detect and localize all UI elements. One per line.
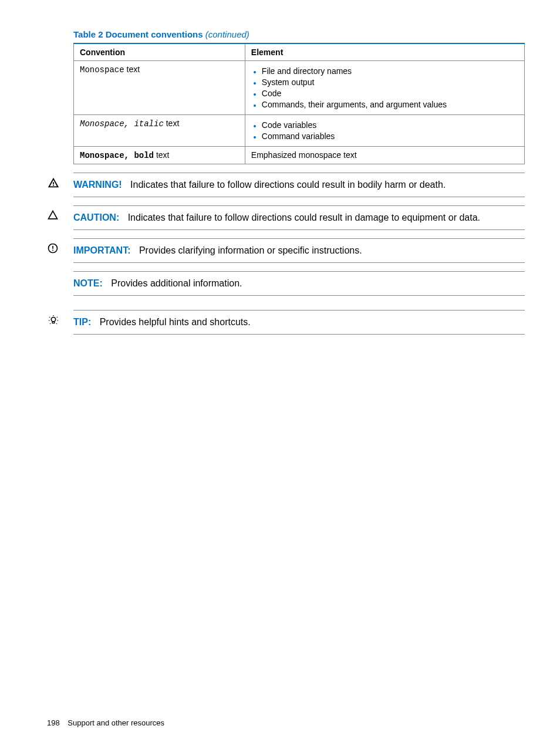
svg-point-5 bbox=[49, 317, 50, 318]
table-header-row: Convention Element bbox=[74, 43, 525, 61]
caution-icon bbox=[47, 210, 60, 222]
important-label: IMPORTANT: bbox=[73, 245, 130, 255]
tip-label: TIP: bbox=[73, 317, 91, 327]
svg-rect-2 bbox=[52, 250, 53, 251]
plain-text: text bbox=[154, 150, 169, 160]
svg-point-7 bbox=[49, 320, 50, 321]
list-item: System output bbox=[262, 77, 518, 87]
element-list: File and directory names System output C… bbox=[251, 66, 518, 109]
monospace-bold-text: Monospace, bold bbox=[80, 151, 154, 160]
monospace-text: Monospace bbox=[80, 65, 124, 75]
document-conventions-table: Convention Element Monospace text File a… bbox=[73, 43, 525, 164]
svg-point-6 bbox=[57, 317, 58, 318]
list-item: Command variables bbox=[262, 131, 518, 141]
note-callout: NOTE: Provides additional information. bbox=[73, 271, 525, 296]
element-cell: Code variables Command variables bbox=[245, 115, 524, 147]
note-label: NOTE: bbox=[73, 278, 103, 288]
warning-icon bbox=[47, 177, 60, 190]
svg-point-3 bbox=[51, 318, 55, 322]
caution-callout: CAUTION: Indicates that failure to follo… bbox=[73, 205, 525, 230]
convention-cell: Monospace, bold text bbox=[74, 147, 245, 164]
table-caption: Table 2 Document conventions (continued) bbox=[73, 29, 525, 39]
important-callout: IMPORTANT: Provides clarifying informati… bbox=[73, 238, 525, 263]
table-row: Monospace text File and directory names … bbox=[74, 61, 525, 115]
svg-rect-1 bbox=[52, 246, 53, 249]
convention-cell: Monospace text bbox=[74, 61, 245, 115]
table-caption-continued: (continued) bbox=[205, 29, 249, 39]
table-header-element: Element bbox=[245, 43, 524, 61]
page-number: 198 bbox=[47, 718, 60, 727]
tip-text: Provides helpful hints and shortcuts. bbox=[100, 317, 251, 327]
element-cell: File and directory names System output C… bbox=[245, 61, 524, 115]
element-list: Code variables Command variables bbox=[251, 120, 518, 141]
plain-text: text bbox=[124, 65, 140, 74]
monospace-italic-text: Monospace, italic bbox=[80, 119, 164, 129]
tip-callout: TIP: Provides helpful hints and shortcut… bbox=[73, 310, 525, 335]
warning-label: WARNING! bbox=[73, 180, 122, 190]
plain-text: text bbox=[164, 119, 179, 128]
list-item: Code variables bbox=[262, 120, 518, 130]
caution-text: Indicates that failure to follow directi… bbox=[128, 212, 480, 222]
svg-point-9 bbox=[50, 323, 51, 325]
svg-point-8 bbox=[58, 320, 59, 321]
warning-callout: WARNING! Indicates that failure to follo… bbox=[73, 173, 525, 197]
list-item: File and directory names bbox=[262, 66, 518, 76]
element-cell: Emphasized monospace text bbox=[245, 147, 524, 164]
content-column: Table 2 Document conventions (continued)… bbox=[73, 29, 525, 335]
page: Table 2 Document conventions (continued)… bbox=[0, 0, 560, 746]
list-item: Commands, their arguments, and argument … bbox=[262, 100, 518, 109]
footer-section: Support and other resources bbox=[68, 718, 164, 727]
table-caption-title: Table 2 Document conventions bbox=[73, 29, 203, 39]
table-header-convention: Convention bbox=[74, 43, 245, 61]
caution-label: CAUTION: bbox=[73, 212, 119, 222]
svg-point-4 bbox=[53, 315, 54, 316]
table-row: Monospace, bold text Emphasized monospac… bbox=[74, 147, 525, 164]
list-item: Code bbox=[262, 89, 518, 98]
warning-text: Indicates that failure to follow directi… bbox=[130, 180, 446, 190]
svg-point-10 bbox=[56, 323, 58, 325]
convention-cell: Monospace, italic text bbox=[74, 115, 245, 147]
important-text: Provides clarifying information or speci… bbox=[139, 245, 362, 255]
important-icon bbox=[47, 242, 60, 255]
table-row: Monospace, italic text Code variables Co… bbox=[74, 115, 525, 147]
page-footer: 198 Support and other resources bbox=[47, 718, 164, 727]
note-text: Provides additional information. bbox=[111, 278, 242, 288]
tip-icon bbox=[47, 314, 60, 327]
